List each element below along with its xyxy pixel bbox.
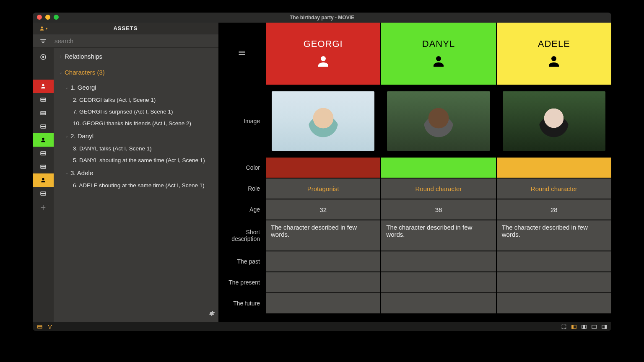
character-chip-adele[interactable] — [33, 173, 54, 187]
search-input[interactable] — [54, 37, 218, 45]
assets-root-icon[interactable] — [33, 50, 54, 64]
asset-tree: › Relationships ⌄ Characters (3) ⌄ 1. Ge… — [54, 48, 218, 322]
row-past: The past — [219, 251, 611, 272]
minimize-icon[interactable] — [45, 15, 50, 20]
image-cell[interactable] — [265, 85, 380, 157]
present-cell[interactable] — [496, 272, 611, 292]
gear-icon[interactable] — [208, 310, 215, 318]
tree-characters[interactable]: ⌄ Characters (3) — [54, 65, 218, 79]
past-cell[interactable] — [380, 251, 496, 272]
desc-cell[interactable]: The character described in few words. — [496, 220, 611, 251]
add-button[interactable]: + — [33, 200, 54, 214]
tree-scene[interactable]: 2. GEORGI talks (Act I, Scene 1) — [54, 94, 218, 106]
character-compare-grid: GEORGI DANYL ADELE Image — [219, 23, 611, 322]
layout-right-icon[interactable] — [601, 324, 607, 330]
search-row — [33, 34, 218, 48]
chevron-down-icon: ⌄ — [63, 134, 70, 138]
role-cell[interactable]: Round character — [380, 178, 496, 199]
color-cell[interactable] — [380, 158, 496, 178]
row-role: Role Protagonist Round character Round c… — [219, 178, 611, 199]
svg-rect-20 — [572, 325, 574, 328]
expand-icon[interactable] — [561, 324, 567, 330]
scene-icon[interactable] — [33, 160, 54, 173]
scene-icon[interactable] — [33, 93, 54, 106]
desc-cell[interactable]: The character described in few words. — [265, 220, 380, 251]
row-label: Color — [219, 158, 265, 178]
header-danyl[interactable]: DANYL — [380, 23, 496, 85]
person-icon — [431, 54, 446, 69]
layout-center-icon[interactable] — [581, 324, 587, 330]
character-chip-danyl[interactable] — [33, 133, 54, 147]
svg-rect-13 — [41, 193, 46, 194]
tree-scene[interactable]: 3. DANYL talks (Act I, Scene 1) — [54, 142, 218, 154]
svg-rect-5 — [41, 113, 46, 114]
row-label: Short description — [219, 220, 265, 251]
row-image: Image — [219, 85, 611, 157]
tree-scene[interactable]: 7. GEORGI is surprised (Act I, Scene 1) — [54, 106, 218, 117]
future-cell[interactable] — [380, 293, 496, 313]
row-future: The future — [219, 292, 611, 313]
row-color: Color — [219, 157, 611, 178]
age-cell[interactable]: 32 — [265, 199, 380, 220]
scene-icon[interactable] — [33, 106, 54, 120]
scene-icon[interactable] — [37, 324, 43, 330]
close-icon[interactable] — [37, 15, 42, 20]
present-cell[interactable] — [380, 272, 496, 292]
tree-label: 3. Adele — [70, 169, 218, 176]
present-cell[interactable] — [265, 272, 380, 292]
header-name: ADELE — [538, 39, 570, 49]
svg-rect-3 — [41, 99, 46, 101]
tree-relationships[interactable]: › Relationships — [54, 49, 218, 63]
scene-icon[interactable] — [33, 147, 54, 160]
tree-scene[interactable]: 10. GEORGI thanks his friends (Act I, Sc… — [54, 117, 218, 129]
tree-danyl[interactable]: ⌄ 2. Danyl — [54, 129, 218, 142]
fullscreen-icon[interactable] — [54, 15, 59, 20]
future-cell[interactable] — [265, 293, 380, 313]
row-label: The future — [219, 293, 265, 313]
chevron-right-icon: › — [57, 54, 65, 59]
past-cell[interactable] — [496, 251, 611, 272]
layout-left-icon[interactable] — [571, 324, 577, 330]
scene-icon[interactable] — [33, 120, 54, 133]
filter-menu-icon[interactable] — [33, 37, 54, 45]
grid-header-row: GEORGI DANYL ADELE — [219, 23, 611, 85]
person-icon — [316, 54, 331, 69]
chevron-down-icon: ⌄ — [63, 171, 70, 175]
desc-cell[interactable]: The character described in few words. — [380, 220, 496, 251]
titlebar: The birthday party - MOVIE — [33, 13, 611, 23]
tree-georgi[interactable]: ⌄ 1. Georgi — [54, 80, 218, 94]
user-dropdown[interactable]: ▾ — [33, 26, 54, 31]
app-window: The birthday party - MOVIE ▾ ASSETS — [33, 13, 611, 331]
image-cell[interactable] — [380, 85, 496, 157]
future-cell[interactable] — [496, 293, 611, 313]
color-cell[interactable] — [496, 158, 611, 178]
scene-icon[interactable] — [33, 187, 54, 200]
row-label: The past — [219, 251, 265, 272]
header-name: DANYL — [422, 39, 455, 49]
layout-single-icon[interactable] — [591, 324, 597, 330]
header-georgi[interactable]: GEORGI — [265, 23, 380, 85]
header-name: GEORGI — [304, 39, 343, 49]
tree-scene[interactable]: 6. ADELE shouting at the same time (Act … — [54, 179, 218, 191]
row-label: Role — [219, 178, 265, 199]
age-cell[interactable]: 38 — [380, 199, 496, 220]
character-chip-georgi[interactable] — [33, 80, 54, 93]
role-cell[interactable]: Round character — [496, 178, 611, 199]
age-cell[interactable]: 28 — [496, 199, 611, 220]
svg-rect-9 — [41, 153, 46, 154]
grid-menu-icon[interactable] — [238, 49, 246, 59]
graph-icon[interactable] — [47, 324, 53, 330]
image-cell[interactable] — [496, 85, 611, 157]
row-label: Image — [219, 85, 265, 157]
past-cell[interactable] — [265, 251, 380, 272]
sidebar-top: ▾ ASSETS — [33, 23, 218, 34]
color-cell[interactable] — [265, 158, 380, 178]
window-title: The birthday party - MOVIE — [33, 15, 611, 21]
header-adele[interactable]: ADELE — [496, 23, 611, 85]
row-label: Age — [219, 199, 265, 220]
role-cell[interactable]: Protagonist — [265, 178, 380, 199]
row-present: The present — [219, 272, 611, 292]
tree-adele[interactable]: ⌄ 3. Adele — [54, 166, 218, 179]
tree-scene[interactable]: 5. DANYL shouting at the same time (Act … — [54, 154, 218, 166]
tree-label: Relationships — [65, 53, 218, 60]
